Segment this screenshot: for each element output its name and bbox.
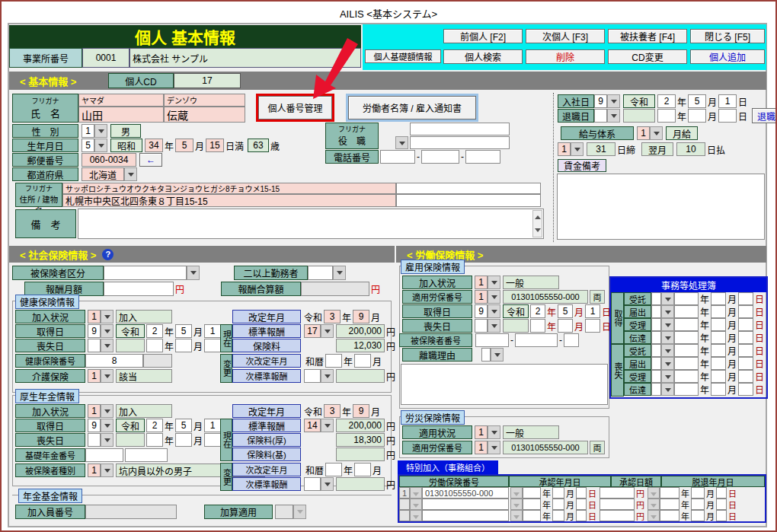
leaving-reason-textarea[interactable]: [401, 364, 608, 405]
jimu-day[interactable]: [738, 344, 753, 357]
rosai-roho-dropdown[interactable]: [488, 441, 500, 454]
leaving-reason-dropdown[interactable]: [491, 348, 504, 362]
koyo-acquired-dropdown[interactable]: [488, 304, 500, 318]
closing-code-field[interactable]: 1: [558, 142, 571, 156]
jimu-dropdown[interactable]: [661, 292, 674, 305]
jimu-year[interactable]: [674, 370, 699, 383]
insured-type-dropdown[interactable]: [101, 464, 114, 477]
special-approval-day[interactable]: [576, 487, 587, 499]
pay-system-dropdown[interactable]: [650, 126, 663, 140]
special-withdrawal-dropdown[interactable]: [648, 499, 660, 510]
address-extra-field[interactable]: [396, 194, 541, 207]
kosei-status-dropdown[interactable]: [101, 404, 114, 418]
birth-era-code-field[interactable]: 5: [82, 139, 94, 152]
insured-category-dropdown[interactable]: [187, 266, 200, 280]
special-withdrawal-dropdown[interactable]: [648, 487, 660, 499]
jimu-day[interactable]: [738, 331, 753, 344]
special-withdrawal-day[interactable]: [716, 499, 727, 510]
jimu-code[interactable]: [651, 370, 661, 383]
koyo-lost-month[interactable]: [558, 319, 573, 333]
jimu-month[interactable]: [711, 370, 726, 383]
multi-employer-dropdown[interactable]: [333, 266, 346, 280]
koyo-acquired-day[interactable]: 1: [585, 304, 600, 318]
role-kana-field[interactable]: [410, 123, 510, 135]
jimu-code[interactable]: [651, 318, 661, 331]
zip-lookup-button[interactable]: ←: [139, 153, 162, 167]
closing-dropdown[interactable]: [571, 142, 584, 156]
jimu-month[interactable]: [711, 331, 726, 344]
koyo-lost-dropdown[interactable]: [488, 319, 500, 333]
kosei-next-revision-year[interactable]: [325, 463, 342, 476]
kenpo-acquired-day[interactable]: 1: [204, 324, 221, 338]
kenpo-standard-dropdown[interactable]: [321, 324, 334, 338]
help-icon[interactable]: ?: [102, 249, 114, 260]
retire-year-field[interactable]: [657, 109, 676, 123]
hire-era-dropdown[interactable]: [607, 94, 620, 108]
lastname-field[interactable]: 山田: [78, 107, 164, 123]
scroll-up-icon[interactable]: [535, 212, 541, 219]
kenpo-acquired-code[interactable]: 9: [88, 324, 101, 338]
jimu-dropdown[interactable]: [661, 344, 674, 357]
koyo-lost-code[interactable]: [475, 319, 488, 333]
roster-button[interactable]: 労働者名簿 / 雇入通知書: [348, 96, 476, 119]
jimu-day[interactable]: [738, 357, 753, 370]
special-approval-dropdown[interactable]: [510, 487, 523, 499]
jimu-year[interactable]: [674, 383, 699, 396]
special-amount-field[interactable]: [600, 499, 635, 510]
birth-month-field[interactable]: 5: [175, 139, 193, 152]
special-withdrawal-year[interactable]: [660, 487, 679, 499]
koyo-acquired-code[interactable]: 9: [475, 304, 488, 318]
kenpo-lost-month[interactable]: [175, 339, 192, 352]
basic-amount-button[interactable]: 個人基礎額情報: [365, 49, 441, 63]
jimu-day[interactable]: [738, 318, 753, 331]
special-row-code[interactable]: 1: [399, 487, 410, 499]
jimu-dropdown[interactable]: [661, 370, 674, 383]
retire-month-field[interactable]: [688, 109, 706, 123]
kosei-acquired-year[interactable]: 2: [146, 419, 163, 432]
kenpo-next-standard-dropdown[interactable]: [321, 369, 334, 383]
multi-employer-field[interactable]: [308, 266, 333, 280]
address-field[interactable]: 札幌市中央区北四条東８丁目15-15: [62, 194, 396, 207]
rosai-roho-code[interactable]: 1: [475, 441, 488, 454]
hire-day-field[interactable]: 1: [718, 94, 737, 108]
kosei-revision-month[interactable]: 9: [353, 404, 369, 418]
rosai-status-dropdown[interactable]: [488, 425, 500, 439]
jimu-year[interactable]: [674, 305, 699, 318]
kosei-status-code[interactable]: 1: [88, 404, 101, 418]
koyo-roho-dropdown[interactable]: [488, 290, 500, 304]
special-row-dropdown[interactable]: [410, 510, 422, 521]
jimu-dropdown[interactable]: [661, 318, 674, 331]
koyo-insured-number-2[interactable]: [515, 333, 558, 347]
jimu-year[interactable]: [674, 357, 699, 370]
koyo-lost-year[interactable]: [530, 319, 545, 333]
jimu-month[interactable]: [711, 383, 726, 396]
hire-era-code-field[interactable]: 9: [594, 94, 607, 108]
prefecture-field[interactable]: 北海道: [82, 167, 124, 181]
insured-category-field[interactable]: [104, 266, 187, 280]
remarks-textarea[interactable]: [78, 209, 544, 239]
koyo-insured-number-3[interactable]: [564, 333, 579, 347]
special-approval-day[interactable]: [576, 510, 587, 521]
special-withdrawal-dropdown[interactable]: [648, 510, 660, 521]
role-dropdown[interactable]: [395, 136, 408, 149]
kosei-standard-code[interactable]: 14: [304, 419, 321, 432]
kosei-next-standard-dropdown[interactable]: [321, 477, 334, 491]
office-code-field[interactable]: 0001: [82, 48, 130, 68]
kiso-number-field-1[interactable]: [85, 448, 123, 462]
retire-era-dropdown[interactable]: [607, 109, 620, 123]
pay-system-code-field[interactable]: 1: [637, 126, 650, 140]
kosei-lost-day[interactable]: [204, 433, 221, 447]
jimu-year[interactable]: [674, 331, 699, 344]
kiso-number-field-2[interactable]: [125, 448, 168, 462]
special-approval-month[interactable]: [552, 510, 564, 521]
kenpo-standard-code[interactable]: 17: [304, 324, 321, 338]
leaving-reason-field[interactable]: [481, 348, 491, 362]
kosei-revision-year[interactable]: 3: [324, 404, 341, 418]
jimu-day[interactable]: [738, 370, 753, 383]
special-row-number[interactable]: [422, 499, 509, 510]
phone-field-1[interactable]: [380, 150, 415, 164]
kaigo-dropdown[interactable]: [101, 369, 114, 383]
kenpo-lost-code[interactable]: [88, 339, 101, 352]
special-amount-field[interactable]: [600, 487, 635, 499]
hire-month-field[interactable]: 5: [688, 94, 706, 108]
